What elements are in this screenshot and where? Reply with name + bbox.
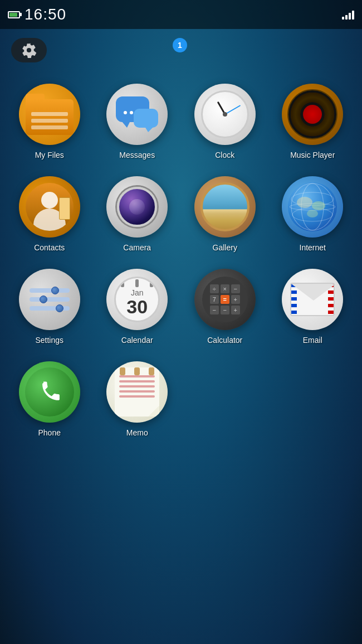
phone-handset-icon <box>35 377 64 406</box>
app-grid: My Files Messages <box>0 67 362 448</box>
phone-icon <box>19 361 80 423</box>
app-label-phone: Phone <box>38 428 61 437</box>
memo-graphic <box>115 367 159 417</box>
memo-icon <box>106 361 168 423</box>
contact-graphic <box>26 183 74 231</box>
notification-badge[interactable]: 1 <box>173 38 187 52</box>
app-item-email[interactable]: Email <box>269 269 357 345</box>
app-label-clock: Clock <box>215 151 234 159</box>
app-item-memo[interactable]: Memo <box>94 361 182 437</box>
app-label-settings: Settings <box>35 336 63 345</box>
app-item-gallery[interactable]: Gallery <box>181 176 269 252</box>
myfiles-icon <box>19 84 80 145</box>
vinyl-graphic <box>287 89 337 139</box>
email-graphic <box>290 283 335 316</box>
globe-graphic <box>288 182 337 231</box>
app-label-calendar: Calendar <box>121 336 153 345</box>
app-item-messages[interactable]: Messages <box>94 84 182 159</box>
folder-graphic <box>26 94 74 135</box>
app-item-clock[interactable]: Clock <box>181 84 269 159</box>
app-item-contacts[interactable]: Contacts <box>6 176 94 252</box>
app-label-myfiles: My Files <box>35 151 64 159</box>
internet-icon <box>282 176 343 238</box>
battery-icon <box>8 11 20 18</box>
svg-point-6 <box>312 201 325 210</box>
app-item-calendar[interactable]: Jan 30 Calendar <box>94 269 182 345</box>
globe-grid-svg <box>288 182 337 231</box>
svg-point-7 <box>307 210 318 217</box>
phone-graphic <box>25 367 74 417</box>
camera-lens-graphic <box>117 187 157 227</box>
calendar-day: 30 <box>126 297 148 316</box>
status-bar: 16:50 <box>0 0 362 29</box>
gallery-icon <box>194 176 256 238</box>
status-left: 16:50 <box>8 6 66 23</box>
status-time: 16:50 <box>25 6 66 23</box>
music-icon <box>282 84 343 145</box>
clock-icon <box>194 84 256 145</box>
signal-bar-4 <box>352 11 354 20</box>
email-icon <box>282 269 343 330</box>
signal-bar-3 <box>349 13 351 20</box>
messages-icon <box>106 84 168 145</box>
status-right <box>342 9 354 20</box>
app-item-phone[interactable]: Phone <box>6 361 94 437</box>
settings-sliders-graphic <box>27 286 72 313</box>
app-label-musicplayer: Music Player <box>290 151 335 159</box>
contacts-icon <box>19 176 80 238</box>
gallery-scene-graphic <box>200 182 250 231</box>
calendar-icon: Jan 30 <box>106 269 168 330</box>
app-item-settings[interactable]: Settings <box>6 269 94 345</box>
settings-icon <box>19 269 80 330</box>
app-label-internet: Internet <box>300 243 326 252</box>
app-item-internet[interactable]: Internet <box>269 176 357 252</box>
app-label-contacts: Contacts <box>34 243 65 252</box>
calendar-graphic: Jan 30 <box>114 277 160 322</box>
signal-bar-2 <box>345 15 348 20</box>
app-item-musicplayer[interactable]: Music Player <box>269 84 357 159</box>
signal-bars <box>342 9 354 20</box>
clock-face <box>201 90 249 138</box>
app-label-messages: Messages <box>119 151 155 159</box>
camera-icon <box>106 176 168 238</box>
msg-bubbles-graphic <box>114 91 160 138</box>
settings-widget[interactable] <box>11 38 47 62</box>
gear-icon <box>21 42 37 58</box>
app-label-camera: Camera <box>123 243 151 252</box>
calculator-icon: ÷ × − 7 = + − − + <box>194 269 256 330</box>
signal-bar-1 <box>342 17 344 20</box>
svg-point-5 <box>297 197 312 208</box>
app-label-email: Email <box>303 336 322 345</box>
app-item-camera[interactable]: Camera <box>94 176 182 252</box>
app-label-memo: Memo <box>126 428 148 437</box>
calculator-graphic: ÷ × − 7 = + − − + <box>202 277 248 322</box>
app-item-calculator[interactable]: ÷ × − 7 = + − − + Calculator <box>181 269 269 345</box>
app-item-myfiles[interactable]: My Files <box>6 84 94 159</box>
app-label-gallery: Gallery <box>213 243 237 252</box>
app-label-calculator: Calculator <box>207 336 242 345</box>
